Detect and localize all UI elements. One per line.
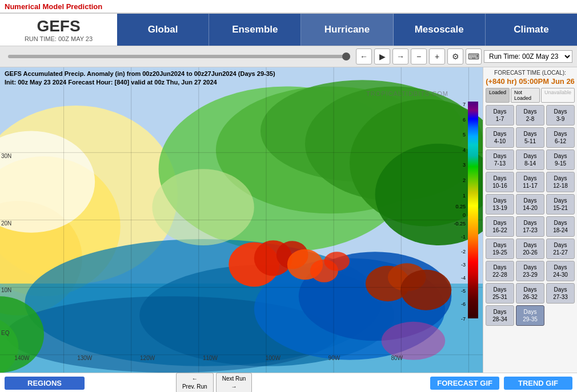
top-title-bar: Numerical Model Prediction — [0, 0, 577, 14]
scale-label-neg5: -5 — [461, 288, 466, 294]
scale-label-1: 1 — [463, 193, 466, 199]
day-button-2[interactable]: Days 3-9 — [546, 105, 575, 126]
keyboard-button[interactable]: ⌨ — [466, 49, 482, 64]
next-button[interactable]: → — [392, 49, 408, 64]
watermark: TROPICALTIDBITS.COM — [366, 90, 448, 97]
day-button-24[interactable]: Days 25-31 — [486, 283, 514, 304]
day-button-12[interactable]: Days 13-19 — [486, 194, 514, 215]
day-button-10[interactable]: Days 11-17 — [516, 172, 544, 192]
nav-tabs: Global Ensemble Hurricane Mesoscale Clim… — [117, 14, 577, 46]
day-button-18[interactable]: Days 19-25 — [486, 239, 514, 259]
day-button-3[interactable]: Days 4-10 — [486, 127, 514, 148]
day-button-14[interactable]: Days 15-21 — [546, 194, 575, 215]
next-run-button[interactable]: Next Run → — [216, 373, 253, 392]
prev-run-label: Prev. Run — [182, 383, 207, 391]
run-time-select[interactable]: Run Time: 00Z May 23 — [484, 50, 572, 63]
day-button-19[interactable]: Days 20-26 — [516, 239, 544, 259]
page-title: Numerical Model Prediction — [5, 2, 102, 11]
zoom-out-button[interactable]: − — [411, 49, 427, 64]
scale-label-4: 4 — [463, 147, 466, 153]
map-title-line2: Init: 00z May 23 2024 Forecast Hour: [84… — [5, 78, 275, 87]
day-button-0[interactable]: Days 1-7 — [486, 105, 514, 126]
days-grid: Days 1-7Days 2-8Days 3-9Days 4-10Days 5-… — [486, 105, 575, 326]
day-button-23[interactable]: Days 24-30 — [546, 261, 575, 281]
lon-140w: 140W — [14, 355, 29, 361]
day-button-4[interactable]: Days 5-11 — [516, 127, 544, 148]
lon-120w: 120W — [140, 355, 155, 361]
tab-ensemble[interactable]: Ensemble — [209, 14, 301, 46]
lon-90w: 90W — [328, 355, 340, 361]
forecast-time-label: FORECAST TIME (LOCAL): — [486, 70, 575, 76]
scale-label-neg6: -6 — [461, 301, 466, 307]
controls-bar: ← ▶ → − + ⚙ ⌨ Run Time: 00Z May 23 — [0, 46, 577, 67]
map-title: GEFS Accumulated Precip. Anomaly (in) fr… — [5, 70, 275, 87]
day-button-28[interactable]: Days 29-35 — [516, 305, 544, 326]
map-visualization — [0, 67, 483, 373]
color-scale-bar — [468, 102, 478, 318]
run-time: RUN TIME: 00Z MAY 23 — [25, 35, 93, 42]
day-button-22[interactable]: Days 23-29 — [516, 261, 544, 281]
prev-next-run: ← Prev. Run Next Run → — [176, 373, 252, 392]
day-button-25[interactable]: Days 26-32 — [516, 283, 544, 304]
day-button-13[interactable]: Days 14-20 — [516, 194, 544, 215]
day-button-1[interactable]: Days 2-8 — [516, 105, 544, 126]
svg-point-25 — [400, 269, 451, 310]
prev-button[interactable]: ← — [356, 49, 372, 64]
map-title-line1: GEFS Accumulated Precip. Anomaly (in) fr… — [5, 70, 275, 78]
tab-hurricane[interactable]: Hurricane — [301, 14, 393, 46]
next-run-label: Next Run — [222, 375, 246, 383]
day-button-16[interactable]: Days 17-23 — [516, 216, 544, 237]
legend-not-loaded: Not Loaded — [511, 88, 540, 103]
day-button-6[interactable]: Days 7-13 — [486, 149, 514, 170]
lon-80w: 80W — [391, 355, 403, 361]
timeline-thumb[interactable] — [342, 52, 350, 60]
tab-mesoscale[interactable]: Mesoscale — [394, 14, 486, 46]
day-button-21[interactable]: Days 22-28 — [486, 261, 514, 281]
day-button-17[interactable]: Days 18-24 — [546, 216, 575, 237]
trend-gif-button[interactable]: TREND GIF — [504, 377, 572, 390]
model-info: GEFS RUN TIME: 00Z MAY 23 — [0, 14, 117, 46]
day-button-11[interactable]: Days 12-18 — [546, 172, 575, 192]
scale-label-neg0_25: -0.25 — [454, 221, 466, 227]
regions-button[interactable]: REGIONS — [5, 377, 85, 390]
play-button[interactable]: ▶ — [374, 49, 390, 64]
lon-100w: 100W — [266, 355, 281, 361]
next-run-arrow: → — [231, 383, 237, 391]
scale-label-7: 7 — [463, 102, 466, 107]
lat-20n: 20N — [1, 220, 11, 227]
scale-label-neg3: -3 — [461, 262, 466, 268]
lon-110w: 110W — [203, 355, 218, 361]
tab-climate[interactable]: Climate — [486, 14, 577, 46]
prev-run-arrow: ← — [192, 375, 198, 383]
scale-label-0_25: 0.25 — [455, 204, 466, 209]
day-button-27[interactable]: Days 28-34 — [486, 305, 514, 326]
day-button-15[interactable]: Days 16-22 — [486, 216, 514, 237]
svg-point-22 — [324, 252, 350, 270]
scale-label-6: 6 — [463, 117, 466, 123]
legend-loaded: Loaded — [486, 88, 510, 103]
day-button-26[interactable]: Days 27-33 — [546, 283, 575, 304]
scale-label-neg7: -7 — [461, 316, 466, 322]
zoom-in-button[interactable]: + — [429, 49, 445, 64]
legend-row: Loaded Not Loaded Unavailable — [486, 88, 575, 103]
timeline-slider[interactable] — [8, 55, 350, 58]
day-button-8[interactable]: Days 9-15 — [546, 149, 575, 170]
forecast-gif-button[interactable]: FORECAST GIF — [430, 377, 499, 390]
lat-30n: 30N — [1, 153, 11, 159]
scale-label-2: 2 — [463, 177, 466, 183]
day-button-5[interactable]: Days 6-12 — [546, 127, 575, 148]
prev-run-button[interactable]: ← Prev. Run — [176, 373, 214, 392]
scale-label-0: 0 — [463, 212, 466, 218]
main-content: GEFS Accumulated Precip. Anomaly (in) fr… — [0, 67, 577, 373]
right-panel: FORECAST TIME (LOCAL): (+840 hr) 05:00PM… — [483, 67, 577, 373]
model-name: GEFS — [37, 17, 80, 35]
scale-label-3: 3 — [463, 162, 466, 168]
day-button-20[interactable]: Days 21-27 — [546, 239, 575, 259]
day-button-7[interactable]: Days 8-14 — [516, 149, 544, 170]
settings-button[interactable]: ⚙ — [447, 49, 463, 64]
scale-label-neg1: -1 — [461, 234, 466, 240]
lon-130w: 130W — [77, 355, 92, 361]
bottom-bar: REGIONS ← Prev. Run Next Run → FORECAST … — [0, 373, 577, 392]
day-button-9[interactable]: Days 10-16 — [486, 172, 514, 192]
tab-global[interactable]: Global — [117, 14, 209, 46]
